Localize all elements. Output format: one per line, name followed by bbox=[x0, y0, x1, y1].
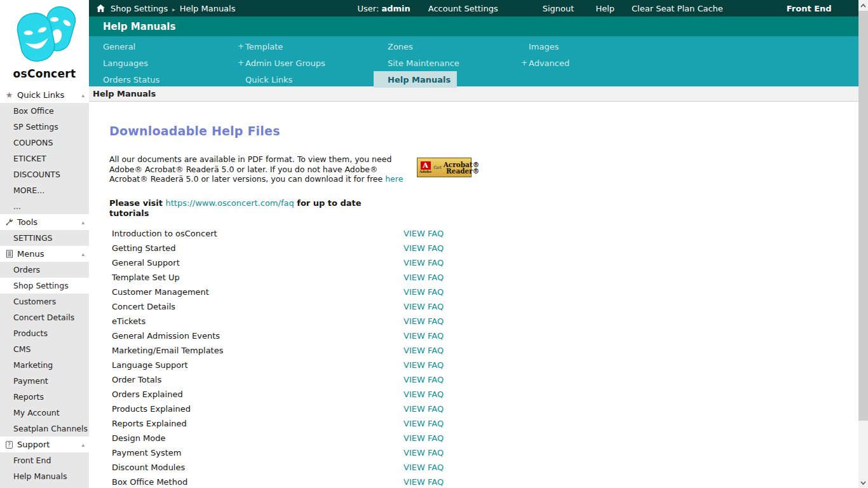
menu-column-1: GeneralLanguagesOrders Status bbox=[103, 38, 238, 88]
view-faq-link-discount-modules[interactable]: VIEW FAQ bbox=[403, 463, 444, 472]
sidebar-item-front-end[interactable]: Front End bbox=[0, 452, 89, 468]
view-faq-link-orders-explained[interactable]: VIEW FAQ bbox=[403, 390, 444, 399]
clear-seat-plan-cache-link[interactable]: Clear Seat Plan Cache bbox=[632, 4, 723, 13]
sidebar-item-payment[interactable]: Payment bbox=[0, 373, 89, 389]
faq-item-name: General Admission Events bbox=[109, 331, 403, 341]
menu-item-label: General bbox=[103, 42, 135, 51]
faq-row-design-mode: Design ModeVIEW FAQ bbox=[109, 431, 858, 445]
sidebar-item-products[interactable]: Products bbox=[0, 325, 89, 341]
view-faq-link-box-office-method[interactable]: VIEW FAQ bbox=[403, 477, 444, 487]
intro-paragraph: All our documents are available in PDF f… bbox=[109, 154, 417, 184]
scroll-down-icon[interactable] bbox=[858, 477, 868, 488]
view-faq-link-order-totals[interactable]: VIEW FAQ bbox=[403, 375, 444, 384]
signout-link[interactable]: Signout bbox=[543, 4, 574, 13]
osconcert-faq-link[interactable]: https://www.osconcert.com/faq bbox=[166, 198, 294, 208]
view-faq-link-introduction-to-osconcert[interactable]: VIEW FAQ bbox=[403, 229, 444, 238]
view-faq-link-language-support[interactable]: VIEW FAQ bbox=[403, 360, 444, 370]
sidebar-item-box-office[interactable]: Box Office bbox=[0, 103, 89, 119]
badge-product-name: Acrobat® Reader® bbox=[444, 161, 480, 174]
sidebar-item-customers[interactable]: Customers bbox=[0, 294, 89, 309]
front-end-link[interactable]: Front End bbox=[787, 4, 832, 13]
sidebar-item-discounts[interactable]: DISCOUNTS bbox=[0, 166, 89, 182]
view-faq-link-customer-management[interactable]: VIEW FAQ bbox=[403, 287, 444, 297]
home-icon[interactable] bbox=[97, 4, 105, 12]
sidebar-item-item[interactable]: ... bbox=[0, 198, 89, 214]
logo-area: osConcert bbox=[0, 0, 89, 87]
collapse-arrow-icon[interactable]: ▴ bbox=[81, 92, 85, 98]
sidebar-item-help-manuals[interactable]: Help Manuals bbox=[0, 468, 89, 484]
view-faq-link-design-mode[interactable]: VIEW FAQ bbox=[403, 433, 444, 443]
sidebar-section-title: Tools bbox=[17, 217, 37, 227]
view-faq-link-concert-details[interactable]: VIEW FAQ bbox=[403, 302, 444, 311]
faq-item-name: Reports Explained bbox=[109, 419, 403, 428]
sidebar-item-reports[interactable]: Reports bbox=[0, 389, 89, 405]
menu-item-languages[interactable]: Languages bbox=[103, 55, 148, 71]
view-faq-link-general-support[interactable]: VIEW FAQ bbox=[403, 258, 444, 268]
faq-row-general-admission-events: General Admission EventsVIEW FAQ bbox=[109, 329, 858, 343]
faq-row-orders-explained: Orders ExplainedVIEW FAQ bbox=[109, 387, 858, 402]
breadcrumb-item-help-manuals[interactable]: Help Manuals bbox=[180, 4, 236, 13]
sidebar-item-marketing[interactable]: Marketing bbox=[0, 357, 89, 373]
wrench-icon bbox=[4, 218, 15, 226]
menu-item-template[interactable]: +Template bbox=[238, 38, 283, 55]
help-link[interactable]: Help bbox=[595, 4, 614, 13]
sidebar-section-support[interactable]: ?Support▴ bbox=[0, 437, 89, 452]
acrobat-reader-badge[interactable]: A Adobe Get Acrobat® Reader® bbox=[417, 158, 471, 177]
view-faq-link-etickets[interactable]: VIEW FAQ bbox=[403, 316, 444, 326]
sidebar-item-eticket[interactable]: ETICKET bbox=[0, 151, 89, 166]
menu-item-zones[interactable]: Zones bbox=[388, 38, 413, 55]
sidebar-section-menus[interactable]: Menus▴ bbox=[0, 246, 89, 262]
menu-item-images[interactable]: Images bbox=[521, 38, 559, 55]
sidebar-item-coupons[interactable]: COUPONS bbox=[0, 135, 89, 151]
menu-item-general[interactable]: General bbox=[103, 38, 135, 55]
sidebar-item-support[interactable]: Support bbox=[0, 484, 89, 488]
faq-row-template-set-up: Template Set UpVIEW FAQ bbox=[109, 270, 858, 285]
collapse-arrow-icon[interactable]: ▴ bbox=[81, 251, 85, 257]
faq-row-products-explained: Products ExplainedVIEW FAQ bbox=[109, 402, 858, 416]
user-name: admin bbox=[381, 4, 410, 13]
menu-item-quick-links[interactable]: Quick Links bbox=[238, 71, 292, 88]
faq-item-name: Products Explained bbox=[109, 404, 403, 414]
sidebar-item-sp-settings[interactable]: SP Settings bbox=[0, 119, 89, 135]
sidebar-item-shop-settings[interactable]: Shop Settings bbox=[0, 278, 89, 294]
view-faq-link-general-admission-events[interactable]: VIEW FAQ bbox=[403, 331, 444, 341]
breadcrumb-item-shop-settings[interactable]: Shop Settings bbox=[111, 4, 168, 13]
faq-item-name: eTickets bbox=[109, 316, 403, 326]
faq-row-customer-management: Customer ManagementVIEW FAQ bbox=[109, 285, 858, 299]
menu-item-advanced[interactable]: +Advanced bbox=[521, 55, 569, 71]
collapse-arrow-icon[interactable]: ▴ bbox=[81, 442, 85, 448]
download-here-link[interactable]: here bbox=[385, 174, 403, 184]
menu-item-admin-user-groups[interactable]: +Admin User Groups bbox=[238, 55, 325, 71]
menu-item-orders-status[interactable]: Orders Status bbox=[103, 71, 159, 88]
sidebar-item-seatplan-channels[interactable]: Seatplan Channels bbox=[0, 421, 89, 437]
collapse-arrow-icon[interactable]: ▴ bbox=[81, 219, 85, 226]
account-settings-link[interactable]: Account Settings bbox=[428, 4, 498, 13]
faq-item-name: Introduction to osConcert bbox=[109, 229, 403, 238]
faq-row-reports-explained: Reports ExplainedVIEW FAQ bbox=[109, 416, 858, 431]
section-title: Help Manuals bbox=[103, 21, 175, 32]
sidebar-item-concert-details[interactable]: Concert Details bbox=[0, 309, 89, 325]
view-faq-link-getting-started[interactable]: VIEW FAQ bbox=[403, 243, 444, 253]
menu-item-label: Languages bbox=[103, 58, 148, 68]
user-label: User: admin bbox=[357, 4, 410, 13]
sidebar-item-my-account[interactable]: My Account bbox=[0, 405, 89, 421]
sidebar-section-quick-links[interactable]: ★Quick Links▴ bbox=[0, 87, 89, 103]
view-faq-link-template-set-up[interactable]: VIEW FAQ bbox=[403, 273, 444, 282]
vertical-scrollbar[interactable] bbox=[858, 0, 868, 488]
content-area: Downloadable Help Files All our document… bbox=[89, 102, 858, 488]
view-faq-link-products-explained[interactable]: VIEW FAQ bbox=[403, 404, 444, 414]
faq-item-name: Box Office Method bbox=[109, 477, 403, 487]
scrollbar-thumb[interactable] bbox=[858, 11, 868, 421]
sidebar-item-settings[interactable]: SETTINGS bbox=[0, 230, 89, 246]
view-faq-link-reports-explained[interactable]: VIEW FAQ bbox=[403, 419, 444, 428]
menu-item-site-maintenance[interactable]: Site Maintenance bbox=[388, 55, 459, 71]
user-prefix: User: bbox=[357, 4, 379, 13]
view-faq-link-marketing-email-templates[interactable]: VIEW FAQ bbox=[403, 346, 444, 355]
sidebar-item-orders[interactable]: Orders bbox=[0, 262, 89, 278]
sidebar-item-more[interactable]: MORE... bbox=[0, 182, 89, 198]
scroll-up-icon[interactable] bbox=[858, 0, 868, 11]
sidebar-section-tools[interactable]: Tools▴ bbox=[0, 214, 89, 230]
view-faq-link-payment-system[interactable]: VIEW FAQ bbox=[403, 448, 444, 458]
menu-item-help-manuals[interactable]: Help Manuals bbox=[374, 71, 457, 88]
sidebar-item-cms[interactable]: CMS bbox=[0, 341, 89, 357]
